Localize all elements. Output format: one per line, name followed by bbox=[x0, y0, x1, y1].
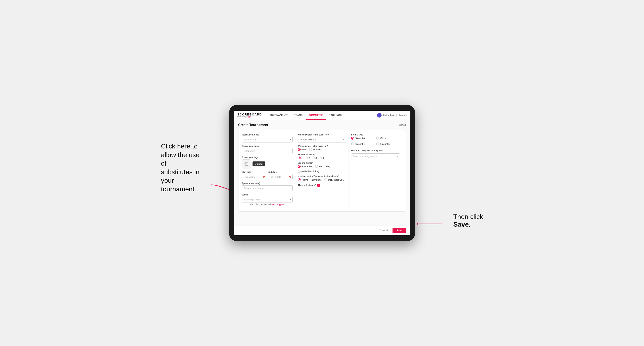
event-for-group: Is this event for Teams and/or Individua… bbox=[298, 175, 346, 181]
venue-email-support[interactable]: email support bbox=[272, 203, 284, 206]
cancel-button[interactable]: Cancel bbox=[378, 228, 390, 233]
scoring-api-label: Use third-party live scoring API? bbox=[351, 150, 400, 152]
venue-label: Venue bbox=[242, 194, 292, 196]
save-button[interactable]: Save bbox=[392, 228, 406, 233]
nav-links: TOURNAMENTS TEAMS COMMITTEE RANKINGS bbox=[267, 111, 377, 120]
scoring-medal-match-radio[interactable] bbox=[298, 170, 301, 173]
venue-help: Can't find your venue? email support bbox=[242, 203, 292, 206]
upload-button[interactable]: Upload bbox=[252, 162, 265, 167]
rounds-radio-group: 1 2 3 bbox=[298, 157, 346, 159]
rounds-3-radio[interactable] bbox=[312, 157, 315, 159]
arrow-right-container bbox=[417, 219, 444, 230]
scoring-system-radio-group: Stroke Play Match Play Medal Match Play bbox=[298, 165, 346, 173]
rounds-4-label: 4 bbox=[322, 157, 324, 159]
nav-tournaments[interactable]: TOURNAMENTS bbox=[267, 111, 291, 120]
nav-committee[interactable]: COMMITTEE bbox=[306, 111, 326, 120]
format-6count4[interactable]: 6 count 4 bbox=[351, 143, 375, 145]
scoring-match-label: Match Play bbox=[319, 165, 330, 168]
nav-teams[interactable]: TEAMS bbox=[291, 111, 306, 120]
end-date-wrapper bbox=[268, 174, 292, 180]
format-other-radio[interactable] bbox=[376, 137, 379, 140]
event-teams[interactable]: Teams (+Individuals) bbox=[298, 178, 322, 181]
rounds-2-radio[interactable] bbox=[305, 157, 308, 159]
sponsor-group: Sponsor (optional) bbox=[242, 182, 292, 191]
gender-womens-label: Womens bbox=[313, 148, 322, 151]
tablet-device: SCOREBOARD Powered by clippd TOURNAMENTS… bbox=[229, 105, 415, 241]
scoring-stroke[interactable]: Stroke Play bbox=[298, 165, 313, 168]
rounds-1-radio[interactable] bbox=[298, 157, 301, 159]
format-6count5[interactable]: 6 count 5 bbox=[376, 143, 400, 145]
end-date-label: End date bbox=[268, 171, 292, 173]
rounds-4[interactable]: 4 bbox=[319, 157, 324, 159]
scoring-stroke-radio[interactable] bbox=[298, 165, 301, 168]
venue-wrapper bbox=[242, 197, 292, 202]
gender-radio-group: Mens Womens bbox=[298, 148, 346, 151]
format-6count4-label: 6 count 4 bbox=[355, 143, 365, 145]
back-link[interactable]: Back bbox=[399, 124, 406, 126]
form-col-1: Tournament Host Tournament name Tourname… bbox=[242, 134, 295, 208]
tablet-screen: SCOREBOARD Powered by clippd TOURNAMENTS… bbox=[234, 111, 410, 235]
gender-mens-radio[interactable] bbox=[298, 148, 301, 151]
end-date-input[interactable] bbox=[268, 174, 292, 180]
division-group: Which division is the event for? NCAA Di… bbox=[298, 134, 346, 143]
gender-womens[interactable]: Womens bbox=[309, 148, 322, 151]
rounds-4-radio[interactable] bbox=[319, 157, 322, 159]
nav-rankings[interactable]: RANKINGS bbox=[326, 111, 344, 120]
annotation-right: Then click Save. bbox=[453, 213, 483, 228]
arrow-right-icon bbox=[417, 219, 444, 229]
allow-substitutes-item[interactable]: Allow substitutes? ✓ bbox=[298, 184, 346, 187]
scoring-system-label: Scoring system bbox=[298, 162, 346, 164]
format-5count4-label: 5 count 4 bbox=[355, 137, 365, 139]
form-col-3: Format type 5 count 4 Other bbox=[349, 134, 402, 208]
event-individuals-radio[interactable] bbox=[324, 178, 327, 181]
scoring-match[interactable]: Match Play bbox=[315, 165, 330, 168]
division-label: Which division is the event for? bbox=[298, 134, 346, 136]
event-teams-radio[interactable] bbox=[298, 178, 301, 181]
format-6count5-radio[interactable] bbox=[376, 143, 379, 145]
user-avatar: B bbox=[377, 113, 382, 118]
start-date-input[interactable] bbox=[242, 174, 266, 180]
tournament-name-label: Tournament name bbox=[242, 145, 292, 147]
tournament-logo-label: Tournament logo bbox=[242, 156, 292, 159]
tournament-host-input[interactable] bbox=[242, 137, 292, 143]
format-6count5-label: 6 count 5 bbox=[380, 143, 390, 145]
nav-right: B blair admin | Sign out bbox=[377, 113, 406, 118]
format-type-group: Format type 5 count 4 Other bbox=[351, 134, 400, 147]
rounds-2[interactable]: 2 bbox=[305, 157, 310, 159]
event-for-label: Is this event for Teams and/or Individua… bbox=[298, 175, 346, 177]
scoring-api-select[interactable] bbox=[351, 154, 400, 159]
page-title: Create Tournament bbox=[238, 123, 268, 127]
allow-substitutes-checkbox[interactable]: ✓ bbox=[317, 184, 320, 187]
gender-mens-label: Mens bbox=[302, 148, 307, 151]
svg-point-3 bbox=[245, 163, 246, 164]
allow-substitutes-group: Allow substitutes? ✓ bbox=[298, 184, 346, 187]
format-5count4-radio[interactable] bbox=[351, 137, 354, 140]
logo-area: SCOREBOARD Powered by clippd bbox=[238, 113, 262, 118]
scoring-medal-match[interactable]: Medal Match Play bbox=[298, 170, 320, 173]
format-6count4-radio[interactable] bbox=[351, 143, 354, 145]
sign-out-link[interactable]: Sign out bbox=[398, 114, 406, 117]
format-5count4[interactable]: 5 count 4 bbox=[351, 137, 375, 140]
tournament-host-group: Tournament Host bbox=[242, 134, 292, 143]
scoring-match-radio[interactable] bbox=[315, 165, 318, 168]
nav-separator: | bbox=[396, 114, 397, 117]
gender-label: Which gender is the event for? bbox=[298, 145, 346, 147]
division-select[interactable]: NCAA Division I NCAA Division II NCAA Di… bbox=[298, 137, 346, 143]
gender-mens[interactable]: Mens bbox=[298, 148, 307, 151]
scoring-system-group: Scoring system Stroke Play Match Play bbox=[298, 162, 346, 173]
format-type-label: Format type bbox=[351, 134, 400, 136]
scoring-api-group: Use third-party live scoring API? Select… bbox=[351, 150, 400, 159]
tournament-name-input[interactable] bbox=[242, 148, 292, 154]
date-row: Start date End date bbox=[242, 171, 292, 180]
venue-input[interactable] bbox=[242, 197, 292, 202]
main-content: Create Tournament Back Tournament Host bbox=[234, 120, 410, 226]
rounds-3[interactable]: 3 bbox=[312, 157, 317, 159]
tournament-host-wrapper bbox=[242, 137, 292, 143]
format-other-label: Other bbox=[380, 137, 386, 139]
event-individuals[interactable]: Individuals Only bbox=[324, 178, 344, 181]
rounds-1[interactable]: 1 bbox=[298, 157, 303, 159]
sponsor-input[interactable] bbox=[242, 185, 292, 191]
format-other[interactable]: Other bbox=[376, 137, 400, 140]
gender-womens-radio[interactable] bbox=[309, 148, 312, 151]
rounds-1-label: 1 bbox=[302, 157, 303, 159]
